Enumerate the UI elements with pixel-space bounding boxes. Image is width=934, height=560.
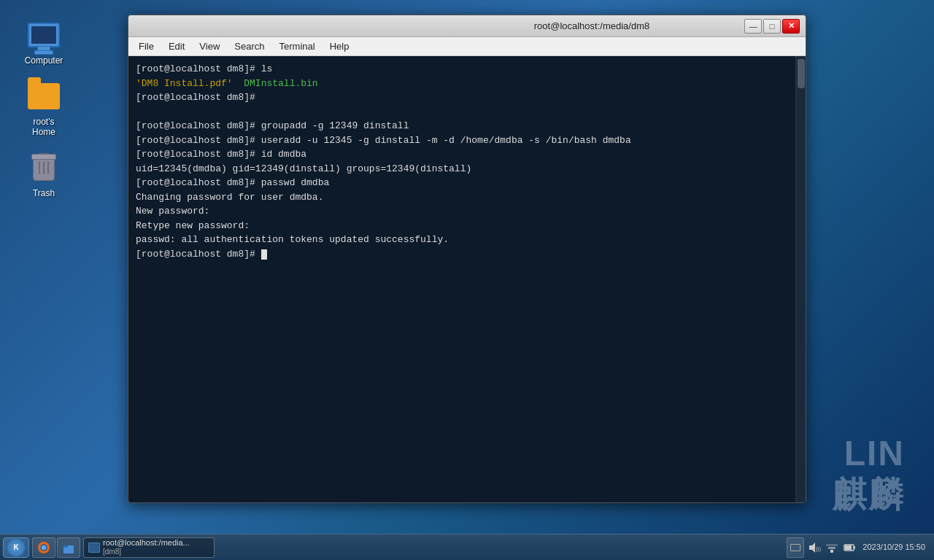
- show-desktop-button[interactable]: [787, 537, 804, 558]
- power-icon[interactable]: [842, 540, 857, 555]
- firefox-icon: [36, 540, 51, 555]
- desktop-icon-area: Computer root's Home: [0, 7, 88, 209]
- terminal-line-11: Retype new password:: [136, 219, 798, 233]
- taskbar-tray: )))) 2023/10/29 15:50: [787, 537, 931, 558]
- svg-rect-9: [826, 544, 838, 546]
- terminal-line-9: Changing password for user dmdba.: [136, 190, 798, 205]
- menu-help[interactable]: Help: [323, 39, 357, 54]
- menu-edit[interactable]: Edit: [161, 39, 192, 54]
- kylin-logo: K: [7, 539, 25, 556]
- computer-icon[interactable]: Computer: [15, 15, 73, 69]
- desktop: LIN 麒麟 Computer root's Home: [0, 0, 934, 560]
- terminal-titlebar: root@localhost:/media/dm8 — □ ✕: [128, 15, 806, 37]
- menu-terminal[interactable]: Terminal: [272, 39, 323, 54]
- scrollbar-thumb: [798, 59, 805, 88]
- trash-icon[interactable]: Trash: [15, 147, 73, 201]
- kylin-watermark: LIN 麒麟: [832, 432, 905, 516]
- terminal-line-1: [root@localhost dm8]# ls: [136, 62, 798, 77]
- terminal-line-12: passwd: all authentication tokens update…: [136, 233, 798, 247]
- terminal-line-3: [root@localhost dm8]#: [136, 90, 798, 105]
- terminal-line-13: [root@localhost dm8]#: [136, 247, 798, 262]
- svg-rect-11: [845, 545, 852, 550]
- terminal-line-7: uid=12345(dmdba) gid=12349(dinstall) gro…: [136, 162, 798, 176]
- volume-icon[interactable]: )))): [807, 540, 822, 555]
- roots-home-icon[interactable]: root's Home: [15, 76, 73, 140]
- terminal-line-10: New password:: [136, 204, 798, 219]
- titlebar-buttons: — □ ✕: [744, 19, 800, 34]
- taskbar-start-button[interactable]: K: [3, 537, 29, 558]
- svg-rect-4: [63, 545, 68, 548]
- taskbar: K root@localh: [0, 534, 934, 560]
- trash-icon-label: Trash: [33, 188, 55, 198]
- terminal-menubar: File Edit View Search Terminal Help: [128, 37, 806, 56]
- terminal-content[interactable]: [root@localhost dm8]# ls 'DM8 Install.pd…: [128, 56, 806, 502]
- taskbar-quick-launch: [32, 537, 80, 558]
- terminal-line-4: [root@localhost dm8]# groupadd -g 12349 …: [136, 119, 798, 133]
- terminal-scrollbar[interactable]: [795, 56, 806, 502]
- terminal-line-8: [root@localhost dm8]# passwd dmdba: [136, 176, 798, 190]
- taskbar-clock[interactable]: 2023/10/29 15:50: [860, 542, 928, 552]
- menu-search[interactable]: Search: [227, 39, 271, 54]
- roots-home-label: root's Home: [32, 117, 55, 137]
- terminal-window: root@localhost:/media/dm8 — □ ✕ File Edi…: [128, 15, 806, 503]
- menu-file[interactable]: File: [131, 39, 161, 54]
- terminal-line-5: [root@localhost dm8]# useradd -u 12345 -…: [136, 133, 798, 148]
- files-icon: [61, 540, 76, 555]
- taskbar-files-button[interactable]: [57, 537, 80, 558]
- computer-icon-label: Computer: [25, 55, 63, 66]
- close-button[interactable]: ✕: [782, 19, 800, 34]
- svg-rect-12: [854, 546, 855, 549]
- taskbar-terminal-window[interactable]: root@localhost:/media... [dm8]: [83, 537, 215, 558]
- terminal-line-blank: [136, 105, 798, 120]
- svg-rect-8: [828, 547, 835, 549]
- svg-marker-5: [809, 542, 815, 553]
- svg-rect-7: [830, 550, 833, 553]
- computer-icon-image: [26, 18, 61, 52]
- terminal-title: root@localhost:/media/dm8: [439, 20, 744, 31]
- maximize-button[interactable]: □: [763, 19, 781, 34]
- taskbar-window-label: root@localhost:/media... [dm8]: [103, 538, 190, 556]
- taskbar-firefox-button[interactable]: [32, 537, 55, 558]
- svg-point-2: [42, 545, 46, 550]
- terminal-cursor: [261, 249, 267, 260]
- desktop-small-icon: [790, 544, 800, 551]
- terminal-line-6: [root@localhost dm8]# id dmdba: [136, 147, 798, 162]
- minimize-button[interactable]: —: [744, 19, 762, 34]
- svg-text:)))): )))): [816, 546, 821, 552]
- taskbar-window-icon: [88, 542, 100, 553]
- trash-icon-image: [26, 150, 61, 185]
- folder-icon-image: [26, 79, 61, 114]
- terminal-line-2: 'DM8 Install.pdf' DMInstall.bin: [136, 77, 798, 91]
- menu-view[interactable]: View: [192, 39, 227, 54]
- network-icon[interactable]: [825, 540, 839, 555]
